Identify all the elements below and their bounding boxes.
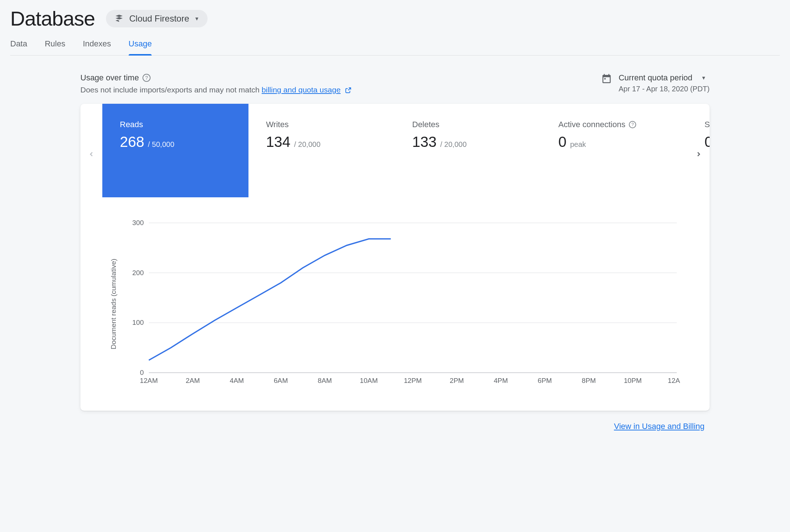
metric-limit: peak <box>570 140 586 149</box>
metric-tile-writes[interactable]: Writes134/ 20,000 <box>248 104 395 197</box>
metric-limit: / 20,000 <box>440 140 467 149</box>
metric-value: 133 <box>412 134 437 150</box>
firestore-icon <box>114 14 124 24</box>
view-usage-billing-link[interactable]: View in Usage and Billing <box>614 422 704 431</box>
metric-value: 134 <box>266 134 290 150</box>
metric-limit: / 20,000 <box>294 140 320 149</box>
usage-subtitle-text: Does not include imports/exports and may… <box>80 86 262 94</box>
svg-text:200: 200 <box>132 269 144 277</box>
metric-value: 0 <box>704 134 710 150</box>
svg-text:4AM: 4AM <box>230 377 244 384</box>
metric-tile-reads[interactable]: Reads268/ 50,000 <box>102 104 248 197</box>
help-icon[interactable]: ? <box>143 74 151 82</box>
tab-usage[interactable]: Usage <box>129 39 152 55</box>
tab-data[interactable]: Data <box>10 39 27 55</box>
usage-subtitle: Does not include imports/exports and may… <box>80 86 352 94</box>
svg-text:6PM: 6PM <box>538 377 552 384</box>
metric-label: Active connections? <box>558 120 669 129</box>
dropdown-caret-icon: ▼ <box>194 16 200 22</box>
calendar-icon <box>601 73 612 87</box>
svg-text:8AM: 8AM <box>318 377 332 384</box>
svg-text:4PM: 4PM <box>494 377 508 384</box>
metric-tile-deletes[interactable]: Deletes133/ 20,000 <box>395 104 541 197</box>
tab-indexes[interactable]: Indexes <box>83 39 111 55</box>
svg-text:6AM: 6AM <box>274 377 288 384</box>
usage-title: Usage over time <box>80 73 139 83</box>
metric-tile-active-connections[interactable]: Active connections?0peak <box>541 104 687 197</box>
svg-text:12PM: 12PM <box>404 377 422 384</box>
svg-text:12AM: 12AM <box>668 377 680 384</box>
svg-text:0: 0 <box>140 369 144 376</box>
metric-label: Reads <box>120 120 231 129</box>
svg-text:10PM: 10PM <box>624 377 642 384</box>
scroll-right-button[interactable] <box>692 146 705 163</box>
period-range: Apr 17 - Apr 18, 2020 (PDT) <box>619 85 710 93</box>
period-label: Current quota period <box>619 73 692 83</box>
database-selector[interactable]: Cloud Firestore ▼ <box>106 10 208 27</box>
y-axis-label: Document reads (cumulative) <box>110 219 118 389</box>
svg-text:12AM: 12AM <box>140 377 158 384</box>
svg-text:2AM: 2AM <box>186 377 200 384</box>
dropdown-caret-icon: ▼ <box>701 75 706 81</box>
svg-text:8PM: 8PM <box>582 377 596 384</box>
tab-rules[interactable]: Rules <box>45 39 65 55</box>
line-chart: 010020030012AM2AM4AM6AM8AM10AM12PM2PM4PM… <box>124 219 680 387</box>
svg-text:10AM: 10AM <box>360 377 378 384</box>
database-selector-label: Cloud Firestore <box>129 14 189 24</box>
help-icon[interactable]: ? <box>629 121 636 128</box>
metric-label: Snapshot listeners <box>704 120 710 129</box>
scroll-left-button[interactable] <box>85 146 98 163</box>
metric-limit: / 50,000 <box>148 140 174 149</box>
metric-label: Deletes <box>412 120 523 129</box>
metrics-row: Reads268/ 50,000Writes134/ 20,000Deletes… <box>80 104 710 197</box>
usage-card: Reads268/ 50,000Writes134/ 20,000Deletes… <box>80 104 710 411</box>
tabs: DataRulesIndexesUsage <box>10 39 780 56</box>
period-selector[interactable]: Current quota period ▼ Apr 17 - Apr 18, … <box>601 73 710 93</box>
external-link-icon <box>343 86 352 94</box>
chart-area: Document reads (cumulative) 010020030012… <box>80 197 710 411</box>
billing-quota-link[interactable]: billing and quota usage <box>262 86 341 94</box>
metric-label: Writes <box>266 120 377 129</box>
svg-text:300: 300 <box>132 219 144 227</box>
svg-text:2PM: 2PM <box>450 377 464 384</box>
svg-text:100: 100 <box>132 319 144 326</box>
metric-value: 0 <box>558 134 566 150</box>
metric-value: 268 <box>120 134 144 150</box>
page-title: Database <box>10 7 95 30</box>
